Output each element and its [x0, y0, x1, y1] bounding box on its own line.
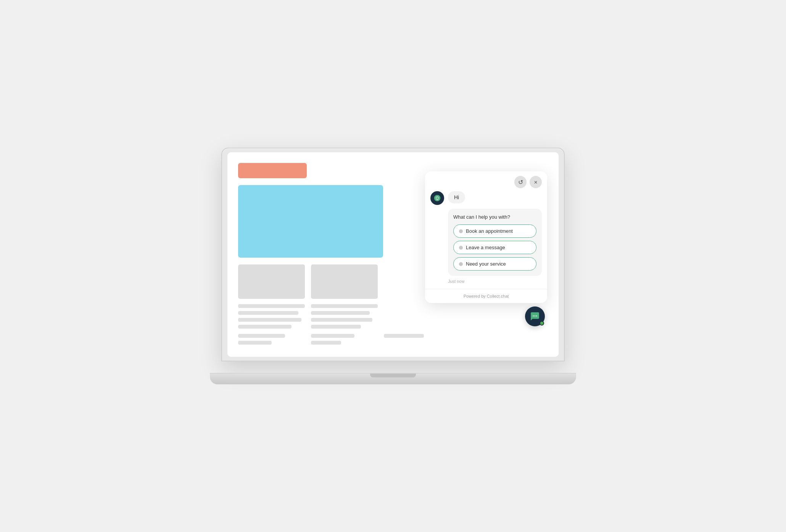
svg-point-3 — [533, 316, 534, 317]
line — [238, 304, 305, 308]
option-dot-3 — [459, 262, 463, 266]
svg-point-5 — [536, 316, 537, 317]
line — [311, 325, 361, 329]
lines-col-4 — [311, 334, 378, 345]
chat-question: What can I help you with? — [453, 214, 536, 220]
svg-point-1 — [436, 198, 437, 199]
line — [238, 318, 301, 322]
line — [311, 304, 378, 308]
option-need-service[interactable]: Need your service — [453, 257, 536, 271]
line — [238, 325, 292, 329]
line — [311, 311, 370, 315]
image-placeholder-2 — [311, 264, 378, 299]
options-bubble: What can I help you with? Book an appoin… — [448, 209, 542, 276]
line — [311, 318, 372, 322]
svg-point-0 — [434, 195, 441, 202]
option-label-1: Book an appointment — [466, 228, 513, 234]
scene: Hi What can I help you with? Book an app… — [221, 148, 565, 384]
option-leave-message[interactable]: Leave a message — [453, 241, 536, 254]
bot-avatar — [430, 191, 444, 205]
option-book-appointment[interactable]: Book an appointment — [453, 224, 536, 238]
salmon-placeholder — [238, 163, 307, 178]
greeting-row: Hi — [430, 191, 542, 205]
chat-footer: Powered by Collect.chat — [425, 289, 547, 303]
lines-col-5 — [384, 334, 451, 345]
image-placeholder-1 — [238, 264, 305, 299]
option-dot-1 — [459, 229, 463, 233]
svg-point-2 — [438, 198, 439, 199]
lines-col-3 — [238, 334, 305, 345]
close-icon — [534, 179, 538, 185]
svg-point-4 — [535, 316, 536, 317]
line — [311, 334, 354, 338]
lines-col-1 — [238, 304, 305, 329]
laptop-notch — [370, 374, 416, 377]
text-lines-row-1 — [238, 304, 548, 329]
refresh-icon — [518, 179, 523, 186]
close-button[interactable] — [530, 176, 542, 188]
laptop-shell: Hi What can I help you with? Book an app… — [221, 148, 565, 361]
chat-launcher-icon — [530, 311, 540, 321]
line — [384, 334, 424, 338]
blue-hero-placeholder — [238, 185, 383, 258]
text-lines-row-2 — [238, 334, 548, 345]
line — [238, 311, 298, 315]
option-dot-2 — [459, 246, 463, 250]
lines-col-2 — [311, 304, 378, 329]
chat-body: Hi What can I help you with? Book an app… — [425, 191, 547, 289]
bot-icon — [433, 194, 441, 202]
online-indicator — [540, 321, 544, 326]
greeting-text: Hi — [454, 194, 459, 200]
refresh-button[interactable] — [514, 176, 527, 188]
chat-launcher-button[interactable] — [525, 306, 545, 326]
chat-header — [425, 171, 547, 191]
message-timestamp: Just now — [448, 279, 542, 284]
powered-by-text: Powered by Collect.chat — [464, 294, 509, 298]
option-label-3: Need your service — [466, 261, 506, 267]
line — [238, 341, 272, 345]
line — [238, 334, 285, 338]
greeting-bubble: Hi — [448, 191, 465, 203]
chat-widget: Hi What can I help you with? Book an app… — [425, 171, 547, 303]
laptop-base — [210, 373, 576, 384]
option-label-2: Leave a message — [466, 245, 505, 250]
line — [311, 341, 341, 345]
laptop-screen: Hi What can I help you with? Book an app… — [227, 152, 559, 357]
